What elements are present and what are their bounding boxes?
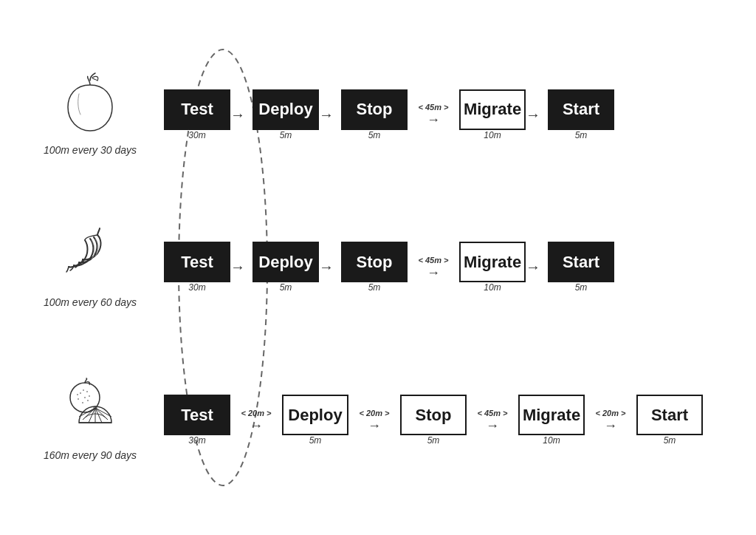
box-start-1-label: Start bbox=[563, 100, 599, 119]
box-migrate-1: Migrate 10m bbox=[459, 89, 526, 140]
main-content: 100m every 30 days bbox=[16, 16, 740, 519]
arrow-3-3: < 45m > → bbox=[467, 409, 518, 432]
box-start-1-time: 5m bbox=[575, 130, 588, 140]
svg-point-5 bbox=[87, 400, 89, 401]
box-deploy-2-time: 5m bbox=[280, 282, 292, 293]
box-test-1: Test 30m bbox=[164, 89, 230, 140]
arrow-3-1-symbol: → bbox=[250, 419, 263, 432]
box-deploy-2: Deploy 5m bbox=[252, 242, 319, 293]
box-start-1-box: Start bbox=[548, 89, 614, 130]
svg-point-1 bbox=[80, 392, 81, 394]
box-test-3-time: 30m bbox=[188, 435, 205, 446]
box-migrate-3-box: Migrate bbox=[518, 395, 585, 435]
box-migrate-2-box: Migrate bbox=[459, 242, 526, 282]
box-deploy-3: Deploy 5m bbox=[282, 395, 348, 446]
arrow-1-3-symbol: → bbox=[427, 113, 440, 126]
arrow-3-4: < 20m > → bbox=[585, 409, 636, 432]
box-deploy-2-label: Deploy bbox=[258, 253, 312, 272]
box-migrate-1-box: Migrate bbox=[459, 89, 526, 130]
arrow-3-4-symbol: → bbox=[604, 419, 617, 432]
box-start-3-box: Start bbox=[636, 395, 703, 435]
box-deploy-3-label: Deploy bbox=[288, 406, 342, 425]
box-migrate-3-time: 10m bbox=[543, 435, 560, 446]
flow-boxes-2: Test 30m → Deploy 5m → Stop bbox=[164, 242, 614, 293]
arrow-3-3-symbol: → bbox=[486, 419, 499, 432]
diagram-container: 100m every 30 days bbox=[0, 0, 756, 535]
arrow-2-3-label: < 45m > bbox=[419, 256, 449, 265]
box-test-1-time: 30m bbox=[188, 130, 205, 140]
arrow-1-3-label: < 45m > bbox=[419, 103, 449, 112]
box-stop-3-box: Stop bbox=[400, 395, 467, 435]
arrow-3-2: < 20m > → bbox=[348, 409, 400, 432]
svg-point-7 bbox=[78, 398, 79, 400]
arrow-2-4: → bbox=[526, 259, 548, 276]
arrow-3-2-symbol: → bbox=[368, 419, 381, 432]
box-migrate-1-label: Migrate bbox=[464, 100, 521, 119]
flow-boxes-1: Test 30m → Deploy 5m → Stop bbox=[164, 89, 614, 140]
flow-boxes-3: Test 30m < 20m > → Deploy 5m bbox=[164, 395, 703, 446]
box-start-2: Start 5m bbox=[548, 242, 614, 293]
svg-point-8 bbox=[77, 394, 78, 395]
arrow-1-1: → bbox=[230, 106, 252, 123]
fruit-item-orange: 160m every 90 days bbox=[44, 377, 137, 463]
arrow-3-1: < 20m > → bbox=[230, 409, 282, 432]
box-stop-1-box: Stop bbox=[341, 89, 408, 130]
box-test-3-label: Test bbox=[181, 406, 213, 425]
svg-point-9 bbox=[84, 397, 86, 398]
box-test-3-box: Test bbox=[164, 395, 230, 435]
box-start-2-time: 5m bbox=[575, 282, 588, 293]
box-stop-3: Stop 5m bbox=[400, 395, 467, 446]
box-test-2: Test 30m bbox=[164, 242, 230, 293]
svg-point-3 bbox=[86, 391, 88, 392]
box-migrate-2-label: Migrate bbox=[464, 253, 521, 272]
arrow-1-4: → bbox=[526, 106, 548, 123]
arrow-1-2: → bbox=[319, 106, 341, 123]
arrow-3-3-label: < 45m > bbox=[478, 409, 508, 418]
box-migrate-2-time: 10m bbox=[484, 282, 501, 293]
box-deploy-1-box: Deploy bbox=[252, 89, 319, 130]
box-start-3-label: Start bbox=[651, 406, 688, 425]
banana-label: 100m every 60 days bbox=[44, 295, 137, 310]
box-stop-1: Stop 5m bbox=[341, 89, 408, 140]
banana-icon bbox=[57, 224, 123, 290]
flow-row-2: Test 30m → Deploy 5m → Stop bbox=[164, 242, 740, 293]
orange-icon bbox=[57, 377, 123, 443]
svg-point-2 bbox=[83, 389, 84, 391]
box-stop-2-label: Stop bbox=[357, 253, 393, 272]
box-stop-2: Stop 5m bbox=[341, 242, 408, 293]
svg-point-4 bbox=[89, 395, 90, 397]
flows-column: Test 30m → Deploy 5m → Stop bbox=[164, 38, 740, 497]
arrow-2-3: < 45m > → bbox=[408, 256, 459, 279]
box-migrate-3: Migrate 10m bbox=[518, 395, 585, 446]
box-stop-1-time: 5m bbox=[368, 130, 381, 140]
box-start-1: Start 5m bbox=[548, 89, 614, 140]
arrow-3-1-label: < 20m > bbox=[241, 409, 272, 418]
box-deploy-1-label: Deploy bbox=[258, 100, 312, 119]
arrow-2-2: → bbox=[319, 259, 341, 276]
box-test-1-box: Test bbox=[164, 89, 230, 130]
box-stop-3-label: Stop bbox=[416, 406, 452, 425]
orange-label: 160m every 90 days bbox=[44, 448, 137, 463]
flow-row-1: Test 30m → Deploy 5m → Stop bbox=[164, 89, 740, 140]
fruit-item-apple: 100m every 30 days bbox=[44, 72, 137, 158]
arrow-1-3: < 45m > → bbox=[408, 103, 459, 126]
box-start-2-label: Start bbox=[563, 253, 599, 272]
box-stop-1-label: Stop bbox=[357, 100, 393, 119]
arrow-3-2-label: < 20m > bbox=[360, 409, 390, 418]
fruits-column: 100m every 30 days bbox=[16, 38, 164, 497]
box-stop-2-time: 5m bbox=[368, 282, 381, 293]
box-deploy-1: Deploy 5m bbox=[252, 89, 319, 140]
box-test-2-box: Test bbox=[164, 242, 230, 282]
box-test-1-label: Test bbox=[181, 100, 213, 119]
box-migrate-1-time: 10m bbox=[484, 130, 501, 140]
box-stop-3-time: 5m bbox=[427, 435, 440, 446]
box-start-2-box: Start bbox=[548, 242, 614, 282]
box-migrate-3-label: Migrate bbox=[523, 406, 580, 425]
box-deploy-1-time: 5m bbox=[280, 130, 292, 140]
box-start-3: Start 5m bbox=[636, 395, 703, 446]
box-test-2-label: Test bbox=[181, 253, 213, 272]
arrow-2-3-symbol: → bbox=[427, 266, 440, 279]
box-deploy-3-box: Deploy bbox=[282, 395, 348, 435]
flow-row-3: Test 30m < 20m > → Deploy 5m bbox=[164, 395, 740, 446]
fruit-item-banana: 100m every 60 days bbox=[44, 224, 137, 310]
